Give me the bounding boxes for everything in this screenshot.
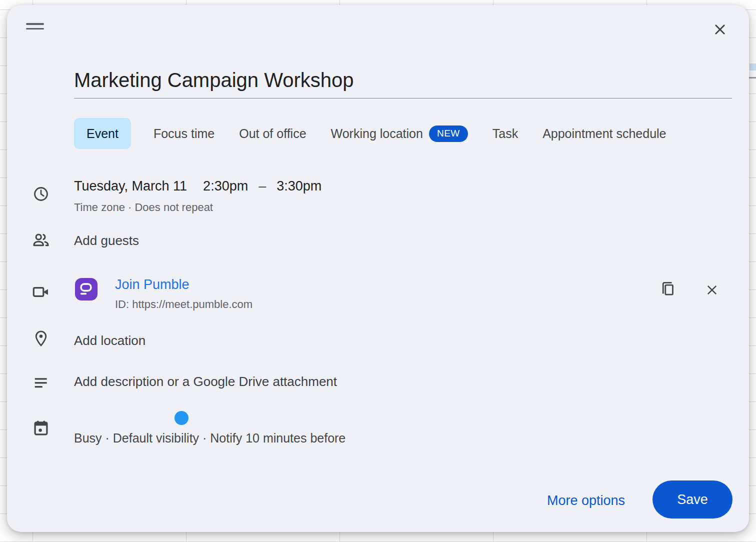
event-end-time[interactable]: 3:30pm xyxy=(276,178,322,194)
copy-icon xyxy=(659,280,676,298)
busy-visibility-notification-line[interactable]: Busy · Default visibility · Notify 10 mi… xyxy=(74,431,346,446)
new-badge: NEW xyxy=(429,126,468,142)
more-options-button[interactable]: More options xyxy=(539,488,633,514)
remove-conference-x-icon xyxy=(705,283,719,297)
add-location-field[interactable]: Add location xyxy=(74,333,146,348)
video-camera-icon xyxy=(32,283,50,301)
calendar-status-icon xyxy=(32,419,50,437)
event-date[interactable]: Tuesday, March 11 xyxy=(74,178,187,194)
pumble-app-icon xyxy=(75,278,98,300)
join-pumble-link[interactable]: Join Pumble xyxy=(115,277,190,292)
tab-focus-time[interactable]: Focus time xyxy=(152,118,216,149)
add-guests-field[interactable]: Add guests xyxy=(74,233,139,248)
cursor-click-indicator xyxy=(174,411,188,425)
guests-icon xyxy=(32,231,50,249)
conference-id-text: ID: https://meet.pumble.com xyxy=(115,298,252,311)
timezone-repeat-options[interactable]: Time zone · Does not repeat xyxy=(74,201,213,214)
tab-working-location[interactable]: Working location NEW xyxy=(329,118,470,149)
copy-conference-info-button[interactable] xyxy=(656,277,680,301)
event-title-text[interactable]: Marketing Campaign Workshop xyxy=(74,67,732,93)
event-creation-dialog: Marketing Campaign Workshop Event Focus … xyxy=(7,5,749,532)
tab-appointment-schedule[interactable]: Appointment schedule xyxy=(540,118,668,149)
event-start-time[interactable]: 2:30pm xyxy=(203,178,248,194)
remove-conference-button[interactable] xyxy=(700,278,724,302)
event-title-field[interactable]: Marketing Campaign Workshop xyxy=(74,67,732,98)
description-lines-icon xyxy=(32,374,50,392)
location-pin-icon xyxy=(32,330,50,348)
background-calendar-line xyxy=(748,77,756,78)
close-button[interactable] xyxy=(708,18,732,41)
background-calendar-event-chip xyxy=(750,64,756,70)
tab-out-of-office[interactable]: Out of office xyxy=(237,118,308,149)
save-button[interactable]: Save xyxy=(652,480,732,518)
event-datetime[interactable]: Tuesday, March 11 2:30pm – 3:30pm xyxy=(74,178,322,194)
tab-task[interactable]: Task xyxy=(490,118,520,149)
tab-event[interactable]: Event xyxy=(74,118,131,149)
event-type-tabs: Event Focus time Out of office Working l… xyxy=(74,118,668,149)
add-description-field[interactable]: Add description or a Google Drive attach… xyxy=(74,374,337,390)
time-range-dash: – xyxy=(258,178,266,194)
close-icon xyxy=(712,22,728,37)
clock-icon xyxy=(32,185,50,203)
drag-handle-icon[interactable] xyxy=(26,23,44,31)
